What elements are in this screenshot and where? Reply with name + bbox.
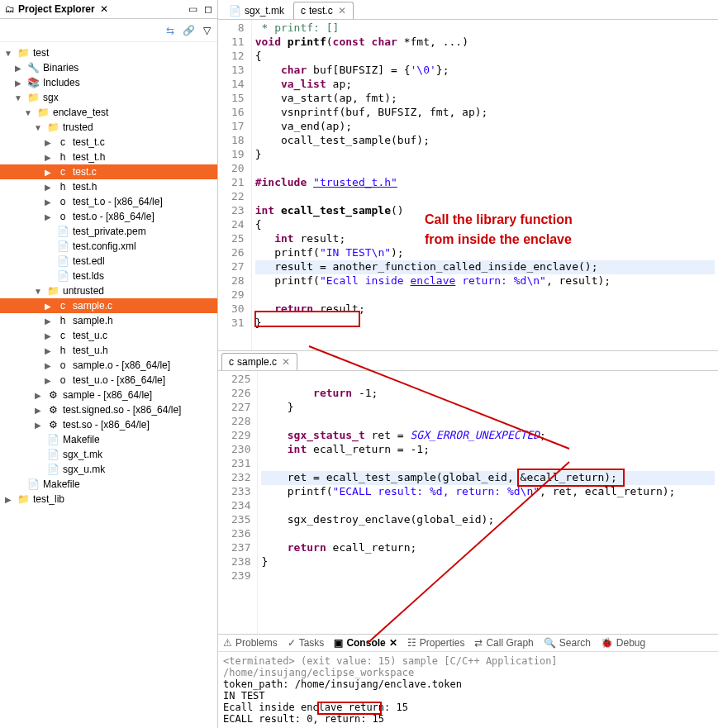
tree-item-sample-x86-64-le-[interactable]: ▶⚙sample - [x86_64/le] — [0, 388, 217, 402]
close-icon[interactable]: ✕ — [389, 637, 397, 649]
editor-test-c[interactable]: 8111213141516171819202122232425262728293… — [218, 20, 718, 350]
properties-icon: ☷ — [407, 637, 416, 649]
tab-search[interactable]: 🔍Search — [544, 637, 591, 649]
maximize-icon[interactable]: ◻ — [204, 3, 212, 15]
tree-item-trusted[interactable]: ▼📁trusted — [0, 120, 217, 135]
project-explorer-sidebar: 🗂 Project Explorer ✕ ▭ ◻ ⇆ 🔗 ▽ ▼📁test▶🔧B… — [0, 0, 218, 728]
tree-item-test-c[interactable]: ▶ctest.c — [0, 164, 217, 179]
tree-item-test-t-o-x86-64-le-[interactable]: ▶otest_t.o - [x86_64/le] — [0, 194, 217, 209]
tree-item-sample-c[interactable]: ▶csample.c — [0, 298, 217, 313]
tree-item-sgx[interactable]: ▼📁sgx — [0, 90, 217, 105]
tree-item-test-t-c[interactable]: ▶ctest_t.c — [0, 135, 217, 150]
tab-properties[interactable]: ☷Properties — [407, 637, 465, 649]
project-explorer-icon: 🗂 — [5, 3, 15, 15]
tree-item-test-u-o-x86-64-le-[interactable]: ▶otest_u.o - [x86_64/le] — [0, 373, 217, 388]
sidebar-toolbar: ⇆ 🔗 ▽ — [0, 19, 217, 42]
console-terminated-line: <terminated> (exit value: 15) sample [C/… — [223, 655, 713, 678]
tree-item-test-u-h[interactable]: ▶htest_u.h — [0, 343, 217, 358]
tree-item-includes[interactable]: ▶📚Includes — [0, 75, 217, 90]
tree-item-test[interactable]: ▼📁test — [0, 45, 217, 60]
tree-item-test-config-xml[interactable]: 📄test.config.xml — [0, 239, 217, 254]
tree-item-binaries[interactable]: ▶🔧Binaries — [0, 60, 217, 75]
editor-sample-c[interactable]: 2252262272282292302312322332342352362372… — [218, 371, 718, 634]
main-area: 📄sgx_t.mkctest.c✕ 8111213141516171819202… — [218, 0, 718, 728]
collapse-all-icon[interactable]: ⇆ — [166, 25, 174, 36]
tree-item-makefile[interactable]: 📄Makefile — [0, 432, 217, 447]
link-editor-icon[interactable]: 🔗 — [183, 25, 195, 36]
editor-tabs-top: 📄sgx_t.mkctest.c✕ — [218, 0, 718, 20]
tree-item-test-h[interactable]: ▶htest.h — [0, 179, 217, 194]
tree-item-sgx-t-mk[interactable]: 📄sgx_t.mk — [0, 447, 217, 462]
view-menu-icon[interactable]: ▽ — [203, 25, 211, 36]
tasks-icon: ✓ — [288, 637, 296, 649]
tab-callgraph[interactable]: ⇄Call Graph — [474, 637, 533, 649]
console-line: Ecall inside enclave return: 15 — [223, 702, 713, 713]
tree-item-sgx-u-mk[interactable]: 📄sgx_u.mk — [0, 462, 217, 477]
problems-icon: ⚠ — [223, 637, 232, 649]
tab-sgx-t-mk[interactable]: 📄sgx_t.mk — [221, 2, 292, 19]
tab-sample-c[interactable]: csample.c✕ — [221, 353, 297, 370]
close-icon[interactable]: ✕ — [100, 3, 108, 15]
editor-tabs-mid: csample.c✕ — [218, 350, 718, 371]
tab-test-c[interactable]: ctest.c✕ — [293, 2, 354, 19]
tree-item-test-lib[interactable]: ▶📁test_lib — [0, 492, 217, 507]
sidebar-header: 🗂 Project Explorer ✕ ▭ ◻ — [0, 0, 217, 19]
project-tree[interactable]: ▼📁test▶🔧Binaries▶📚Includes▼📁sgx▼📁enclave… — [0, 42, 217, 728]
console-line: token_path: /home/insujang/enclave.token — [223, 678, 713, 690]
console-panel: ⚠Problems ✓Tasks ▣Console ✕ ☷Properties … — [218, 634, 718, 728]
console-icon: ▣ — [334, 637, 343, 649]
tree-item-test-t-h[interactable]: ▶htest_t.h — [0, 150, 217, 164]
bottom-tabs: ⚠Problems ✓Tasks ▣Console ✕ ☷Properties … — [218, 635, 718, 652]
search-icon: 🔍 — [544, 637, 556, 649]
tree-item-untrusted[interactable]: ▼📁untrusted — [0, 283, 217, 298]
debug-icon: 🐞 — [601, 637, 613, 649]
tree-item-test-edl[interactable]: 📄test.edl — [0, 254, 217, 269]
console-output[interactable]: <terminated> (exit value: 15) sample [C/… — [218, 652, 718, 728]
console-line: ECALL result: 0, return: 15 — [223, 713, 713, 725]
tab-tasks[interactable]: ✓Tasks — [288, 637, 325, 649]
tab-console[interactable]: ▣Console ✕ — [334, 637, 397, 649]
tree-item-test-so-x86-64-le-[interactable]: ▶⚙test.so - [x86_64/le] — [0, 417, 217, 432]
tree-item-makefile[interactable]: 📄Makefile — [0, 477, 217, 492]
tab-problems[interactable]: ⚠Problems — [223, 637, 278, 649]
tree-item-test-o-x86-64-le-[interactable]: ▶otest.o - [x86_64/le] — [0, 209, 217, 224]
sidebar-title: Project Explorer — [18, 3, 95, 15]
tree-item-test-signed-so-x86-64-le-[interactable]: ▶⚙test.signed.so - [x86_64/le] — [0, 402, 217, 417]
tree-item-sample-o-x86-64-le-[interactable]: ▶osample.o - [x86_64/le] — [0, 358, 217, 373]
tree-item-test-u-c[interactable]: ▶ctest_u.c — [0, 328, 217, 343]
tree-item-enclave-test[interactable]: ▼📁enclave_test — [0, 105, 217, 120]
tree-item-sample-h[interactable]: ▶hsample.h — [0, 313, 217, 328]
callgraph-icon: ⇄ — [474, 637, 483, 649]
tree-item-test-private-pem[interactable]: 📄test_private.pem — [0, 224, 217, 239]
close-icon[interactable]: ✕ — [282, 356, 290, 368]
console-line: IN TEST — [223, 690, 713, 702]
close-icon[interactable]: ✕ — [338, 5, 346, 17]
tree-item-test-lds[interactable]: 📄test.lds — [0, 269, 217, 283]
minimize-icon[interactable]: ▭ — [188, 3, 197, 15]
tab-debug[interactable]: 🐞Debug — [601, 637, 645, 649]
